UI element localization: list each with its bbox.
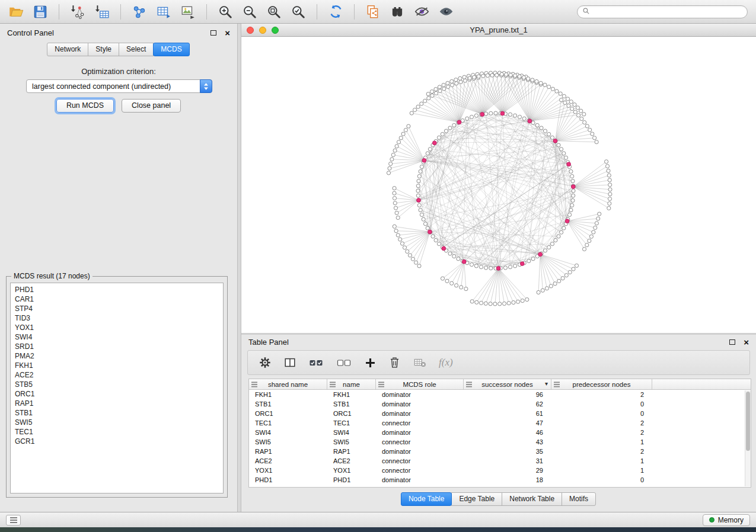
import-table-icon[interactable] [93, 3, 111, 21]
network-canvas[interactable] [241, 37, 756, 333]
clone-network-icon[interactable] [364, 3, 382, 21]
split-panel-icon[interactable] [283, 356, 296, 369]
table-cell: ACE2 [327, 456, 376, 466]
column-label: MCDS role [403, 381, 436, 388]
table-cell: 47 [464, 418, 551, 428]
mcds-result-node[interactable]: STB1 [15, 408, 223, 418]
column-header-mcds-role[interactable]: MCDS role [376, 379, 464, 389]
mcds-result-node[interactable]: YOX1 [15, 323, 223, 332]
new-table-icon[interactable] [155, 3, 173, 21]
open-session-icon[interactable] [7, 3, 25, 21]
tab-node-table[interactable]: Node Table [401, 492, 452, 506]
column-label: shared name [268, 381, 308, 388]
export-image-icon[interactable] [179, 3, 197, 21]
table-cell: 1 [551, 437, 652, 447]
table-row[interactable]: YOX1YOX1connector291 [249, 466, 751, 475]
table-cell: connector [376, 466, 464, 475]
column-header-successor-nodes[interactable]: successor nodes▾ [464, 379, 551, 389]
mcds-result-node[interactable]: TEC1 [15, 427, 223, 437]
mcds-result-node[interactable]: SRD1 [15, 342, 223, 351]
float-panel-icon[interactable] [210, 30, 216, 36]
unselect-all-icon[interactable] [336, 356, 352, 369]
import-network-icon[interactable] [69, 3, 87, 21]
scrollbar-thumb[interactable] [746, 392, 750, 451]
table-row[interactable]: FKH1FKH1dominator962 [249, 390, 751, 399]
table-cell: ORC1 [327, 409, 376, 418]
mcds-result-node[interactable]: RAP1 [15, 399, 223, 408]
mcds-result-node[interactable]: GCR1 [15, 437, 223, 446]
mcds-result-node[interactable]: PHD1 [15, 285, 223, 294]
close-panel-button[interactable]: Close panel [122, 99, 181, 113]
close-table-panel-icon[interactable]: × [744, 338, 749, 347]
table-scrollbar[interactable] [745, 390, 751, 486]
new-network-icon[interactable] [130, 3, 148, 21]
table-cell: RAP1 [249, 447, 327, 456]
select-arrows-icon [200, 79, 212, 93]
mcds-result-node[interactable]: STP4 [15, 304, 223, 313]
delete-column-icon[interactable] [388, 357, 401, 369]
table-cell: SWI5 [327, 437, 376, 447]
mcds-result-list[interactable]: PHD1CAR1STP4TID3YOX1SWI4SRD1PMA2FKH1ACE2… [10, 283, 224, 493]
close-panel-icon[interactable]: × [225, 28, 230, 37]
tab-network[interactable]: Network [47, 43, 88, 56]
table-row[interactable]: STB1STB1dominator620 [249, 399, 751, 409]
mcds-result-node[interactable]: FKH1 [15, 361, 223, 370]
control-panel: Control Panel × NetworkStyleSelectMCDS O… [0, 24, 237, 512]
criterion-select[interactable]: largest connected component (undirected) [26, 79, 212, 93]
table-cell: connector [376, 437, 464, 447]
search-input[interactable] [593, 7, 747, 17]
sort-arrow-icon[interactable]: ▾ [545, 380, 548, 387]
find-icon[interactable] [388, 3, 406, 21]
add-column-icon[interactable] [364, 357, 377, 369]
tab-motifs[interactable]: Motifs [562, 492, 596, 506]
mcds-result-node[interactable]: PMA2 [15, 351, 223, 361]
zoom-out-icon[interactable] [241, 3, 259, 21]
float-table-panel-icon[interactable] [729, 339, 735, 345]
mcds-buttons-row: Run MCDS Close panel [0, 99, 237, 113]
table-cell: dominator [376, 399, 464, 409]
zoom-in-icon[interactable] [216, 3, 234, 21]
mcds-result-node[interactable]: TID3 [15, 313, 223, 323]
zoom-fit-icon[interactable] [265, 3, 283, 21]
search-box[interactable] [577, 5, 748, 18]
table-cell: STB1 [249, 399, 327, 409]
tab-mcds[interactable]: MCDS [153, 43, 189, 56]
memory-button[interactable]: Memory [703, 514, 750, 526]
table-cell: dominator [376, 428, 464, 437]
style-eye-icon[interactable] [413, 3, 430, 21]
mcds-result-node[interactable]: STB5 [15, 380, 223, 389]
table-row[interactable]: ACE2ACE2connector311 [249, 456, 751, 466]
table-cell: 2 [551, 447, 652, 456]
save-session-icon[interactable] [31, 3, 49, 21]
show-graphics-icon[interactable] [437, 3, 455, 21]
column-header-predecessor-nodes[interactable]: predecessor nodes [551, 379, 652, 389]
tab-select[interactable]: Select [119, 43, 154, 56]
vertical-splitter[interactable] [237, 24, 241, 512]
table-row[interactable]: SWI4SWI4dominator462 [249, 428, 751, 437]
table-cell: connector [376, 456, 464, 466]
tab-edge-table[interactable]: Edge Table [451, 492, 502, 506]
column-header-shared-name[interactable]: shared name [249, 379, 327, 389]
column-header-name[interactable]: name [327, 379, 376, 389]
mcds-result-node[interactable]: CAR1 [15, 294, 223, 304]
tab-style[interactable]: Style [88, 43, 119, 56]
refresh-layout-icon[interactable] [327, 3, 344, 21]
table-row[interactable]: RAP1RAP1dominator352 [249, 447, 751, 456]
mcds-result-node[interactable]: SWI4 [15, 332, 223, 342]
table-cell: FKH1 [249, 390, 327, 399]
mcds-result-node[interactable]: ORC1 [15, 389, 223, 399]
table-settings-icon[interactable] [259, 356, 272, 369]
mcds-result-node[interactable]: ACE2 [15, 370, 223, 380]
run-mcds-button[interactable]: Run MCDS [56, 99, 114, 113]
zoom-selected-icon[interactable] [289, 3, 307, 21]
panel-menu-icon[interactable] [6, 515, 21, 525]
mcds-result-node[interactable]: SWI5 [15, 418, 223, 427]
optimization-criterion-label: Optimization criterion: [0, 67, 237, 76]
select-all-icon[interactable] [308, 356, 324, 369]
network-window-titlebar[interactable]: YPA_prune.txt_1 [241, 24, 756, 37]
table-row[interactable]: TEC1TEC1connector472 [249, 418, 751, 428]
tab-network-table[interactable]: Network Table [502, 492, 562, 506]
table-row[interactable]: ORC1ORC1dominator610 [249, 409, 751, 418]
table-row[interactable]: PHD1PHD1dominator180 [249, 475, 751, 485]
table-row[interactable]: SWI5SWI5connector431 [249, 437, 751, 447]
